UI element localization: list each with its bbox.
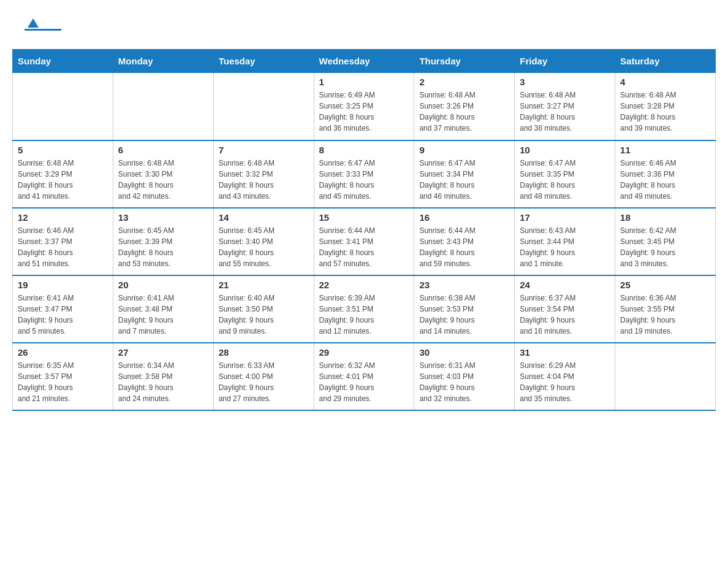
day-number: 27 xyxy=(118,347,208,358)
day-header-monday: Monday xyxy=(113,50,213,73)
calendar-cell xyxy=(213,73,314,140)
day-header-wednesday: Wednesday xyxy=(314,50,414,73)
calendar-week-row: 19Sunrise: 6:41 AMSunset: 3:47 PMDayligh… xyxy=(13,275,716,343)
day-info: Sunrise: 6:32 AMSunset: 4:01 PMDaylight:… xyxy=(319,360,409,404)
calendar-cell: 15Sunrise: 6:44 AMSunset: 3:41 PMDayligh… xyxy=(314,208,414,275)
calendar-week-row: 26Sunrise: 6:35 AMSunset: 3:57 PMDayligh… xyxy=(13,343,716,410)
calendar-cell: 4Sunrise: 6:48 AMSunset: 3:28 PMDaylight… xyxy=(615,73,716,140)
calendar-cell: 7Sunrise: 6:48 AMSunset: 3:32 PMDaylight… xyxy=(213,140,314,208)
day-number: 23 xyxy=(419,280,509,290)
day-info: Sunrise: 6:46 AMSunset: 3:36 PMDaylight:… xyxy=(620,158,710,202)
calendar-week-row: 1Sunrise: 6:49 AMSunset: 3:25 PMDaylight… xyxy=(13,73,716,140)
day-info: Sunrise: 6:44 AMSunset: 3:43 PMDaylight:… xyxy=(419,225,509,269)
calendar-cell: 25Sunrise: 6:36 AMSunset: 3:55 PMDayligh… xyxy=(615,275,716,343)
calendar-cell: 23Sunrise: 6:38 AMSunset: 3:53 PMDayligh… xyxy=(414,275,515,343)
day-number: 6 xyxy=(118,145,208,155)
day-info: Sunrise: 6:47 AMSunset: 3:34 PMDaylight:… xyxy=(419,158,509,202)
calendar-cell: 9Sunrise: 6:47 AMSunset: 3:34 PMDaylight… xyxy=(414,140,515,208)
day-number: 19 xyxy=(18,280,108,290)
logo-triangle-icon xyxy=(28,18,39,28)
day-number: 20 xyxy=(118,280,208,290)
day-info: Sunrise: 6:40 AMSunset: 3:50 PMDaylight:… xyxy=(219,293,309,337)
calendar-cell: 24Sunrise: 6:37 AMSunset: 3:54 PMDayligh… xyxy=(515,275,615,343)
calendar-cell: 6Sunrise: 6:48 AMSunset: 3:30 PMDaylight… xyxy=(113,140,213,208)
calendar-cell: 17Sunrise: 6:43 AMSunset: 3:44 PMDayligh… xyxy=(515,208,615,275)
day-info: Sunrise: 6:29 AMSunset: 4:04 PMDaylight:… xyxy=(520,360,610,404)
day-info: Sunrise: 6:47 AMSunset: 3:35 PMDaylight:… xyxy=(520,158,610,202)
day-info: Sunrise: 6:33 AMSunset: 4:00 PMDaylight:… xyxy=(219,360,309,404)
day-number: 4 xyxy=(620,77,710,87)
day-number: 29 xyxy=(319,347,409,358)
calendar-cell: 1Sunrise: 6:49 AMSunset: 3:25 PMDaylight… xyxy=(314,73,414,140)
calendar-cell: 31Sunrise: 6:29 AMSunset: 4:04 PMDayligh… xyxy=(515,343,615,410)
day-number: 16 xyxy=(419,212,509,223)
day-header-sunday: Sunday xyxy=(13,50,113,73)
calendar-cell: 5Sunrise: 6:48 AMSunset: 3:29 PMDaylight… xyxy=(13,140,113,208)
day-number: 13 xyxy=(118,212,208,223)
day-info: Sunrise: 6:48 AMSunset: 3:26 PMDaylight:… xyxy=(419,90,509,134)
day-info: Sunrise: 6:41 AMSunset: 3:47 PMDaylight:… xyxy=(18,293,108,337)
day-number: 1 xyxy=(319,77,409,87)
calendar-cell: 21Sunrise: 6:40 AMSunset: 3:50 PMDayligh… xyxy=(213,275,314,343)
day-number: 2 xyxy=(419,77,509,87)
day-info: Sunrise: 6:48 AMSunset: 3:27 PMDaylight:… xyxy=(520,90,610,134)
logo-underline xyxy=(25,29,61,31)
calendar-cell xyxy=(113,73,213,140)
calendar-cell: 30Sunrise: 6:31 AMSunset: 4:03 PMDayligh… xyxy=(414,343,515,410)
calendar-table: SundayMondayTuesdayWednesdayThursdayFrid… xyxy=(12,49,716,411)
day-number: 5 xyxy=(18,145,108,155)
day-number: 14 xyxy=(219,212,309,223)
day-number: 30 xyxy=(419,347,509,358)
day-number: 26 xyxy=(18,347,108,358)
logo xyxy=(25,18,61,31)
calendar-cell: 29Sunrise: 6:32 AMSunset: 4:01 PMDayligh… xyxy=(314,343,414,410)
calendar-cell: 8Sunrise: 6:47 AMSunset: 3:33 PMDaylight… xyxy=(314,140,414,208)
logo-text xyxy=(25,18,39,29)
day-number: 11 xyxy=(620,145,710,155)
day-info: Sunrise: 6:38 AMSunset: 3:53 PMDaylight:… xyxy=(419,293,509,337)
calendar-cell: 14Sunrise: 6:45 AMSunset: 3:40 PMDayligh… xyxy=(213,208,314,275)
calendar-cell xyxy=(13,73,113,140)
calendar-cell: 10Sunrise: 6:47 AMSunset: 3:35 PMDayligh… xyxy=(515,140,615,208)
day-info: Sunrise: 6:46 AMSunset: 3:37 PMDaylight:… xyxy=(18,225,108,269)
day-number: 17 xyxy=(520,212,610,223)
day-info: Sunrise: 6:48 AMSunset: 3:32 PMDaylight:… xyxy=(219,158,309,202)
day-number: 21 xyxy=(219,280,309,290)
day-info: Sunrise: 6:42 AMSunset: 3:45 PMDaylight:… xyxy=(620,225,710,269)
calendar-cell: 11Sunrise: 6:46 AMSunset: 3:36 PMDayligh… xyxy=(615,140,716,208)
day-info: Sunrise: 6:48 AMSunset: 3:30 PMDaylight:… xyxy=(118,158,208,202)
calendar-cell: 20Sunrise: 6:41 AMSunset: 3:48 PMDayligh… xyxy=(113,275,213,343)
day-number: 8 xyxy=(319,145,409,155)
day-number: 15 xyxy=(319,212,409,223)
calendar-week-row: 5Sunrise: 6:48 AMSunset: 3:29 PMDaylight… xyxy=(13,140,716,208)
day-header-friday: Friday xyxy=(515,50,615,73)
day-number: 18 xyxy=(620,212,710,223)
day-number: 31 xyxy=(520,347,610,358)
calendar-cell: 26Sunrise: 6:35 AMSunset: 3:57 PMDayligh… xyxy=(13,343,113,410)
day-header-thursday: Thursday xyxy=(414,50,515,73)
day-info: Sunrise: 6:47 AMSunset: 3:33 PMDaylight:… xyxy=(319,158,409,202)
day-number: 10 xyxy=(520,145,610,155)
calendar-cell: 3Sunrise: 6:48 AMSunset: 3:27 PMDaylight… xyxy=(515,73,615,140)
calendar-cell: 16Sunrise: 6:44 AMSunset: 3:43 PMDayligh… xyxy=(414,208,515,275)
calendar-cell: 13Sunrise: 6:45 AMSunset: 3:39 PMDayligh… xyxy=(113,208,213,275)
calendar-cell: 27Sunrise: 6:34 AMSunset: 3:58 PMDayligh… xyxy=(113,343,213,410)
day-number: 9 xyxy=(419,145,509,155)
calendar-week-row: 12Sunrise: 6:46 AMSunset: 3:37 PMDayligh… xyxy=(13,208,716,275)
day-info: Sunrise: 6:43 AMSunset: 3:44 PMDaylight:… xyxy=(520,225,610,269)
day-number: 3 xyxy=(520,77,610,87)
day-info: Sunrise: 6:34 AMSunset: 3:58 PMDaylight:… xyxy=(118,360,208,404)
day-info: Sunrise: 6:35 AMSunset: 3:57 PMDaylight:… xyxy=(18,360,108,404)
calendar-cell: 12Sunrise: 6:46 AMSunset: 3:37 PMDayligh… xyxy=(13,208,113,275)
day-info: Sunrise: 6:31 AMSunset: 4:03 PMDaylight:… xyxy=(419,360,509,404)
day-header-saturday: Saturday xyxy=(615,50,716,73)
day-info: Sunrise: 6:41 AMSunset: 3:48 PMDaylight:… xyxy=(118,293,208,337)
day-number: 25 xyxy=(620,280,710,290)
calendar-cell: 2Sunrise: 6:48 AMSunset: 3:26 PMDaylight… xyxy=(414,73,515,140)
day-number: 28 xyxy=(219,347,309,358)
calendar-cell: 18Sunrise: 6:42 AMSunset: 3:45 PMDayligh… xyxy=(615,208,716,275)
day-info: Sunrise: 6:45 AMSunset: 3:40 PMDaylight:… xyxy=(219,225,309,269)
calendar-cell: 22Sunrise: 6:39 AMSunset: 3:51 PMDayligh… xyxy=(314,275,414,343)
page-header xyxy=(12,12,716,37)
day-number: 12 xyxy=(18,212,108,223)
